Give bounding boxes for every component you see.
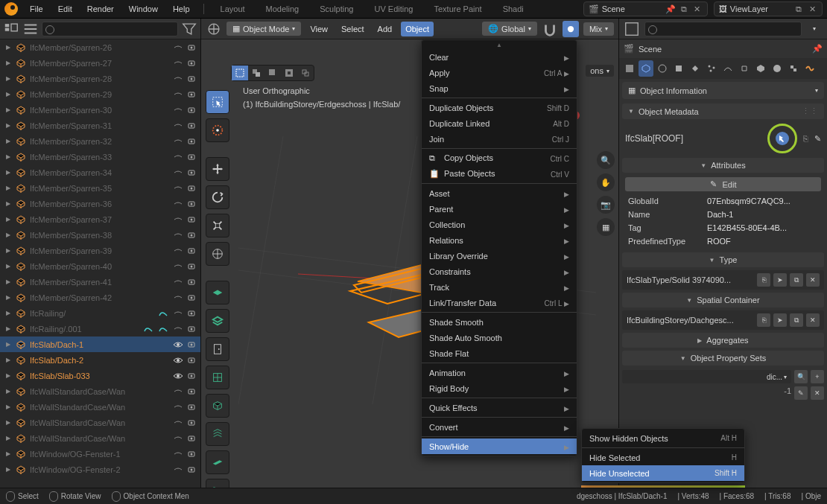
render-toggle[interactable] xyxy=(186,73,197,85)
outliner-filter-icon[interactable] xyxy=(181,21,197,37)
edit-icon[interactable]: ✎ xyxy=(814,134,821,144)
outliner-row[interactable]: ▶IfcWindow/OG-Fenster-2 xyxy=(0,462,200,477)
viewlayer-selector[interactable]: 🖼 ViewLayer ⧉ ✕ xyxy=(714,1,823,16)
outliner-row[interactable]: ▶IfcMember/Sparren-26 xyxy=(0,39,200,55)
mode-selector[interactable]: ▦Object Mode▾ xyxy=(226,22,301,36)
tab-constraints[interactable] xyxy=(737,60,752,77)
select-mode-subtract[interactable] xyxy=(264,66,281,80)
ctx-item[interactable]: Relations ▶ xyxy=(422,232,577,248)
render-toggle[interactable] xyxy=(186,57,197,69)
menu-view[interactable]: View xyxy=(305,22,332,36)
outliner-row[interactable]: ▶IfcWallStandardCase/Wan xyxy=(0,430,200,446)
outliner-row[interactable]: ▶IfcMember/Sparren-37 xyxy=(0,211,200,227)
hide-toggle[interactable] xyxy=(172,339,184,351)
render-toggle[interactable] xyxy=(186,433,197,444)
outliner-display-icon[interactable] xyxy=(22,21,39,37)
ctx-item[interactable]: Shade Auto Smooth xyxy=(422,330,577,345)
workspace-layout[interactable]: Layout xyxy=(212,1,254,16)
tab-data[interactable] xyxy=(753,60,768,77)
ctx-item[interactable]: Rigid Body ▶ xyxy=(422,380,577,396)
render-toggle[interactable] xyxy=(186,42,197,54)
outliner-row[interactable]: ▶IfcRailing/.001 xyxy=(0,321,200,336)
nav-camera-icon[interactable]: 📷 xyxy=(597,196,615,214)
outliner-list[interactable]: ▶IfcMember/Sparren-26▶IfcMember/Sparren-… xyxy=(0,39,200,492)
edit-icon[interactable]: ✎ xyxy=(794,386,808,400)
render-toggle[interactable] xyxy=(186,401,197,413)
unlink-icon[interactable]: ⧉ xyxy=(790,313,803,327)
menu-add[interactable]: Add xyxy=(373,22,397,36)
outliner-row[interactable]: ▶IfcMember/Sparren-32 xyxy=(0,133,200,149)
tool-ifc-slab2[interactable] xyxy=(206,309,229,333)
hide-toggle[interactable] xyxy=(172,292,184,304)
nav-pan-icon[interactable]: ✋ xyxy=(597,173,615,191)
props-dropdown-icon[interactable]: ▾ xyxy=(806,21,823,37)
menu-file[interactable]: File xyxy=(24,1,49,16)
edit-button[interactable]: ✎Edit xyxy=(625,177,821,191)
tab-particles[interactable] xyxy=(704,60,719,77)
ctx-item[interactable]: Shade Smooth xyxy=(422,314,577,330)
hide-toggle[interactable] xyxy=(172,135,184,147)
ctx-item[interactable]: Shade Flat xyxy=(422,345,577,361)
panel-type[interactable]: ▼Type xyxy=(622,252,824,267)
hide-toggle[interactable] xyxy=(172,307,184,319)
copy-icon[interactable]: ⧉ xyxy=(679,4,689,14)
outliner-search[interactable] xyxy=(42,22,178,36)
ctx-item[interactable]: Convert ▶ xyxy=(422,419,577,435)
tool-rotate[interactable] xyxy=(206,185,229,209)
hide-toggle[interactable] xyxy=(172,151,184,163)
hide-toggle[interactable] xyxy=(172,354,184,366)
tool-cursor[interactable] xyxy=(206,118,229,142)
panel-object-metadata[interactable]: ▼Object Metadata⋮⋮ xyxy=(622,103,824,119)
nav-zoom-icon[interactable]: 🔍 xyxy=(597,151,615,169)
tool-scale[interactable] xyxy=(206,214,229,237)
tool-ifc-box[interactable] xyxy=(206,394,229,418)
nav-persp-icon[interactable]: ▦ xyxy=(597,218,615,236)
tab-material[interactable] xyxy=(770,60,785,77)
ctx-item[interactable]: JoinCtrl J xyxy=(422,131,577,147)
render-toggle[interactable] xyxy=(186,386,197,398)
add-icon[interactable]: + xyxy=(811,370,824,383)
panel-aggregates[interactable]: ▶Aggregates xyxy=(622,333,824,348)
outliner-row[interactable]: ▶IfcMember/Sparren-36 xyxy=(0,196,200,211)
pin-icon[interactable]: 📌 xyxy=(812,44,823,54)
hide-toggle[interactable] xyxy=(172,120,184,132)
render-toggle[interactable] xyxy=(186,417,197,429)
select-icon[interactable]: ➤ xyxy=(773,313,787,327)
render-toggle[interactable] xyxy=(186,120,197,132)
tool-move[interactable] xyxy=(206,157,229,181)
render-toggle[interactable] xyxy=(186,245,197,257)
select-mode-extend[interactable] xyxy=(248,66,264,80)
hide-toggle[interactable] xyxy=(172,245,184,257)
workspace-shading[interactable]: Shadi xyxy=(494,1,533,16)
menu-help[interactable]: Help xyxy=(167,1,196,16)
menu-select[interactable]: Select xyxy=(337,22,369,36)
render-toggle[interactable] xyxy=(186,339,197,351)
outliner-row[interactable]: ▶IfcSlab/Dach-2 xyxy=(0,352,200,368)
tool-select[interactable] xyxy=(206,90,229,114)
delete-icon[interactable]: ✕ xyxy=(806,273,820,287)
delete-icon[interactable]: ✕ xyxy=(811,386,824,400)
render-toggle[interactable] xyxy=(186,354,197,366)
ctx-item[interactable]: Quick Effects ▶ xyxy=(422,400,577,415)
outliner-row[interactable]: ▶IfcMember/Sparren-38 xyxy=(0,227,200,243)
hide-toggle[interactable] xyxy=(172,42,184,54)
link-icon[interactable]: ⎘ xyxy=(757,273,770,287)
workspace-modeling[interactable]: Modeling xyxy=(257,1,308,16)
ctx-item[interactable]: Animation ▶ xyxy=(422,365,577,380)
props-type-icon[interactable] xyxy=(624,21,640,37)
hide-toggle[interactable] xyxy=(172,323,184,335)
outliner-row[interactable]: ▶IfcSlab/Dach-1 xyxy=(0,336,200,352)
render-toggle[interactable] xyxy=(186,167,197,179)
hide-toggle[interactable] xyxy=(172,276,184,288)
render-toggle[interactable] xyxy=(186,104,197,116)
ctx-item[interactable]: Show Hidden ObjectsAlt H xyxy=(582,430,744,446)
tool-ifc-beam[interactable] xyxy=(206,450,229,474)
ctx-item[interactable]: Link/Transfer DataCtrl L ▶ xyxy=(422,295,577,310)
outliner-type-icon[interactable] xyxy=(3,21,19,37)
tab-output[interactable] xyxy=(671,60,686,77)
pin-icon[interactable]: 📌 xyxy=(665,4,676,14)
ctx-item[interactable]: Show/Hide ▶ xyxy=(422,438,577,454)
hide-toggle[interactable] xyxy=(172,104,184,116)
hide-toggle[interactable] xyxy=(172,448,184,460)
ctx-item[interactable]: 📋Paste ObjectsCtrl V xyxy=(422,166,577,182)
